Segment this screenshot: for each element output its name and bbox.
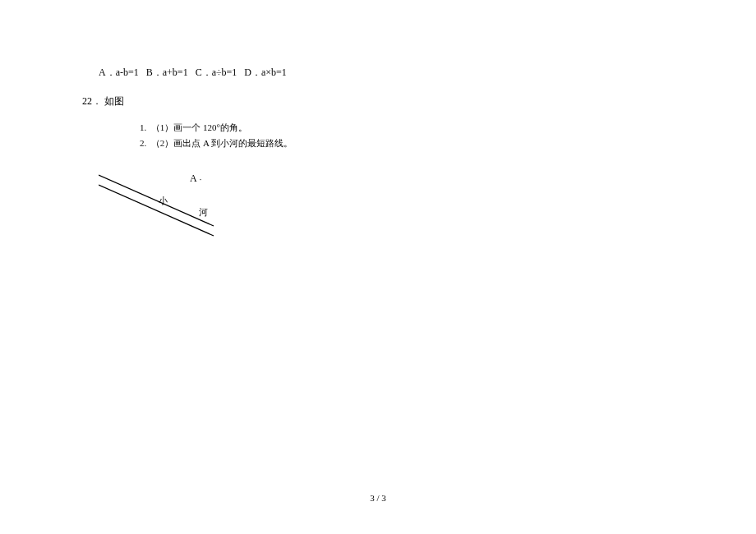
river-diagram: A· 小 河 [99, 160, 312, 251]
answer-options: A．a-b=1 B．a+b=1 C．a÷b=1 D．a×b=1 [99, 66, 657, 80]
svg-line-0 [99, 175, 214, 226]
question-subitems: 1. （1）画一个 120°的角。 2. （2）画出点 A 到小河的最短路线。 [140, 120, 657, 150]
river-char-1: 小 [159, 195, 168, 207]
question-title: 如图 [104, 95, 124, 107]
subitem-2: 2. （2）画出点 A 到小河的最短路线。 [140, 136, 657, 151]
page-number: 3 / 3 [0, 493, 756, 503]
river-lines-icon [99, 160, 312, 251]
subitem-1: 1. （1）画一个 120°的角。 [140, 120, 657, 136]
river-char-2: 河 [199, 206, 208, 219]
question-22-header: 22． 如图 [82, 94, 657, 108]
question-number: 22． [82, 95, 102, 107]
svg-line-1 [99, 185, 214, 236]
